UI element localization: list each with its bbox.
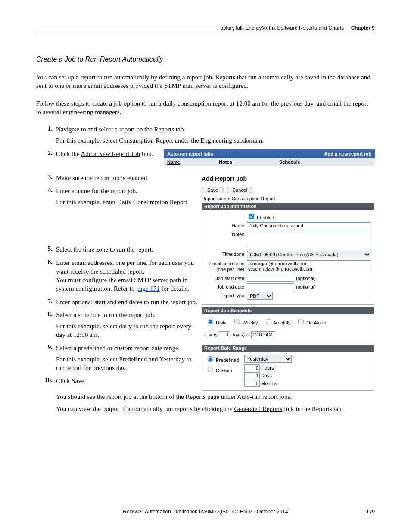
add-report-job-link-text: Add a New Report Job (81, 150, 140, 157)
time-input[interactable] (251, 331, 275, 338)
step-text: Make sure the report job is enabled. (56, 174, 200, 182)
add-new-report-job-link[interactable]: Add a new report job (324, 151, 371, 156)
intro-paragraph-1: You can set up a report to run automatic… (36, 73, 375, 90)
months-input[interactable] (244, 380, 260, 387)
step-subtext: For this example, enter Daily Consumptio… (56, 198, 200, 206)
section-title: Create a Job to Run Report Automatically (36, 56, 375, 63)
step-number: 6. (36, 258, 56, 266)
radio-predefined[interactable]: Predefined (206, 355, 240, 363)
months-label: Months (261, 381, 277, 386)
step-text: Select the time zone to run the report. (56, 245, 200, 254)
footer-page-number: 179 (366, 509, 375, 515)
step10-followup-2b: link in the Reports tab. (282, 405, 343, 412)
radio-onalarm[interactable]: On Alarm (296, 320, 326, 325)
step-text: Click Save. (56, 376, 200, 385)
screenshot-add-report-job: Add Report Job Save Cancel Report name: … (202, 175, 374, 391)
hours-input[interactable] (244, 364, 260, 371)
radio-monthly[interactable]: Monthly (264, 320, 291, 325)
timezone-select[interactable]: (GMT-06:00) Central Time (US & Canada) (247, 251, 371, 258)
every-input[interactable] (219, 331, 230, 338)
report-name-value: Consumption Report (232, 196, 275, 201)
section-report-date-range: Report Date Range (202, 345, 374, 352)
report-name-label: Report name: (202, 196, 230, 201)
radio-weekly[interactable]: Weekly (232, 320, 258, 325)
section-report-job-schedule: Report Job Schedule (202, 307, 374, 314)
footer-publication: Rockwell Automation Publication IASIMP-Q… (123, 509, 288, 515)
enddate-label: Job end date (205, 283, 247, 290)
section-report-job-info: Report Job Information (202, 203, 374, 210)
add-report-job-heading: Add Report Job (202, 175, 374, 182)
step-text: for details. (160, 285, 189, 292)
startdate-input[interactable] (247, 275, 294, 282)
every-label: Every (206, 332, 218, 337)
step-subtext: For this example, select Predefined and … (56, 355, 200, 373)
step-number: 8. (36, 311, 56, 318)
step-text: Enter a name for the report job. (56, 187, 137, 194)
name-label: Name (205, 222, 247, 229)
days-input[interactable] (244, 372, 260, 379)
step-subtext: For this example, select daily to run th… (56, 322, 200, 339)
radio-daily[interactable]: Daily (206, 320, 227, 325)
step-number: 1. (36, 125, 56, 132)
step10-followup-2a: You can view the output of automatically… (56, 405, 234, 412)
step-number: 10. (36, 376, 56, 384)
col-notes: Notes (219, 159, 279, 165)
screenshot-autorun-jobs: Auto-run report jobs Add a new report jo… (164, 149, 375, 166)
enabled-checkbox[interactable] (249, 214, 254, 219)
export-label: Export type (205, 292, 247, 299)
step-number: 7. (36, 298, 56, 305)
predefined-select[interactable]: Yesterday (244, 355, 292, 363)
generated-reports-link-text: Generated Reports (234, 405, 282, 412)
header-chapter: Chapter 9 (351, 25, 375, 31)
optional-text: (optional) (296, 284, 316, 289)
step-text: Select a predefined or custom report dat… (56, 345, 180, 352)
autorun-title: Auto-run report jobs (167, 151, 213, 156)
hours-label: Hours (261, 365, 274, 370)
step-subtext: For this example, select Consumption Rep… (56, 136, 375, 145)
step-number: 3. (36, 174, 56, 181)
step-text: Select a schedule to run the report job. (56, 311, 156, 318)
step10-followup-1: You should see the report job at the bot… (56, 392, 375, 401)
col-name[interactable]: Name (167, 159, 219, 165)
step-number: 5. (36, 245, 56, 252)
export-select[interactable]: PDF (247, 292, 273, 300)
col-schedule: Schedule (279, 159, 339, 165)
notes-textarea[interactable] (247, 231, 371, 248)
days-label: Days (261, 373, 272, 378)
step-text: Enter optional start and end dates to ru… (56, 298, 200, 306)
step-text: Enter email addresses, one per line, for… (56, 259, 194, 275)
name-input[interactable] (247, 222, 371, 229)
optional-text: (optional) (296, 276, 316, 281)
page-header: FactoryTalk EnergyMetrix Software Report… (36, 25, 375, 34)
days-at-label: day(s) at (231, 332, 250, 337)
header-title: FactoryTalk EnergyMetrix Software Report… (218, 25, 344, 31)
enabled-label: Enabled (257, 215, 274, 220)
timezone-label: Time zone (205, 251, 247, 257)
step-number: 2. (36, 149, 56, 157)
page-171-link[interactable]: page 171 (136, 285, 160, 292)
save-button[interactable]: Save (202, 187, 224, 193)
step-number: 4. (36, 187, 56, 194)
startdate-label: Job start date (205, 275, 247, 281)
radio-custom[interactable]: Custom (206, 365, 240, 373)
cancel-button[interactable]: Cancel (227, 187, 252, 193)
intro-paragraph-2: Follow these steps to create a job optio… (36, 99, 375, 117)
email-textarea[interactable]: ramorgan@ra.rockwell.com scschmelzer@ra.… (247, 260, 371, 272)
step-number: 9. (36, 344, 56, 351)
email-label: Email addresses (one per line) (205, 260, 247, 272)
notes-label: Notes (205, 231, 247, 237)
step-text: Navigate to and select a report on the R… (56, 126, 185, 133)
step-text: link. (140, 150, 153, 157)
step-text: Click the (56, 150, 81, 157)
enddate-input[interactable] (247, 283, 294, 290)
